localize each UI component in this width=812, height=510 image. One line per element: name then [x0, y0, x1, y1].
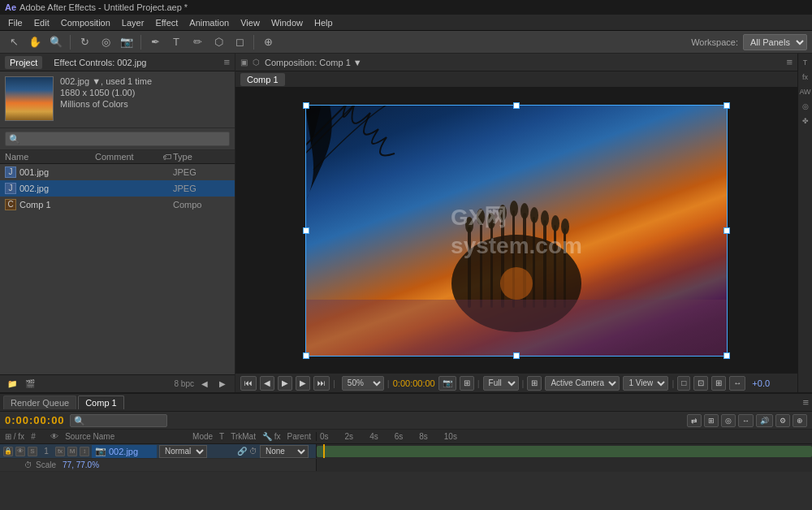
- tool-rotate[interactable]: ↻: [76, 33, 93, 51]
- tool-pen[interactable]: ✒: [146, 33, 164, 51]
- menu-file[interactable]: File: [3, 16, 28, 29]
- tool-text[interactable]: T: [167, 33, 185, 51]
- menu-window[interactable]: Window: [266, 16, 308, 29]
- menu-layer[interactable]: Layer: [117, 16, 149, 29]
- workspace-area: Workspace: All Panels: [691, 34, 807, 50]
- menu-animation[interactable]: Animation: [184, 16, 234, 29]
- new-comp-btn[interactable]: 🎬: [23, 377, 37, 391]
- svg-rect-3: [490, 223, 493, 308]
- timeline-icon-group: ⇄ ⊞ ◎ ↔ 🔊 ⚙ ⊕: [687, 414, 807, 427]
- tool-hand[interactable]: ✋: [26, 33, 44, 51]
- frp-btn-5[interactable]: ✤: [800, 115, 811, 127]
- svg-point-17: [530, 207, 538, 223]
- tool-select[interactable]: ↖: [5, 33, 23, 51]
- tool-brush[interactable]: ✏: [188, 33, 206, 51]
- timeline-search[interactable]: [70, 414, 167, 427]
- vc-icon1[interactable]: □: [677, 376, 690, 391]
- col-type-header: Type: [173, 152, 230, 162]
- tool-eraser[interactable]: ◻: [231, 33, 248, 51]
- layer-switch-solo[interactable]: S: [28, 447, 37, 456]
- vc-zoom-select[interactable]: 50% 100%: [342, 376, 384, 391]
- scale-row-left: ⏱ Scale 77, 77.0%: [0, 459, 317, 471]
- vc-forward[interactable]: ⏭: [313, 376, 330, 391]
- project-search-input[interactable]: [5, 132, 230, 146]
- layer-switch-adjust[interactable]: ↕: [80, 447, 89, 456]
- left-panel-menu[interactable]: ≡: [223, 56, 230, 68]
- vc-icon4[interactable]: ↔: [729, 376, 745, 391]
- tab-render-queue[interactable]: Render Queue: [3, 395, 76, 409]
- tl-icon-2[interactable]: ⊞: [704, 414, 719, 427]
- menu-edit[interactable]: Edit: [29, 16, 54, 29]
- frp-btn-4[interactable]: ◎: [800, 101, 811, 112]
- prev-btn[interactable]: ◀: [197, 377, 212, 391]
- tool-orbit[interactable]: ◎: [97, 33, 114, 51]
- layer-switch-motion[interactable]: M: [67, 447, 77, 456]
- tl-icon-3[interactable]: ◎: [721, 414, 736, 427]
- comp-viewer-header: ▣ ⬡ Composition: Comp 1 ▼ ≡: [235, 54, 797, 71]
- vc-grid-icon[interactable]: ⊞: [460, 376, 474, 391]
- new-folder-btn[interactable]: 📁: [5, 377, 19, 391]
- menu-effect[interactable]: Effect: [150, 16, 183, 29]
- tl-icon-7[interactable]: ⊕: [793, 414, 807, 427]
- vc-exposure: +0.0: [752, 378, 770, 388]
- comp-tab-1[interactable]: Comp 1: [240, 73, 285, 86]
- tl-icon-5[interactable]: 🔊: [756, 414, 773, 427]
- tab-effect-controls[interactable]: Effect Controls: 002.jpg: [49, 56, 151, 69]
- tl-marker-8s: 8s: [419, 432, 428, 441]
- vc-icon2[interactable]: ⊡: [693, 376, 708, 391]
- item-name-002: 002.jpg: [19, 184, 173, 193]
- vc-rewind[interactable]: ⏮: [240, 376, 257, 391]
- vc-prev-frame[interactable]: ◀: [260, 376, 274, 391]
- layer-switch-fx[interactable]: fx: [55, 447, 65, 456]
- project-search-area: [0, 128, 235, 150]
- tab-comp-1[interactable]: Comp 1: [78, 395, 124, 409]
- layer-mode-select[interactable]: Normal: [159, 445, 207, 458]
- vc-icon3[interactable]: ⊞: [711, 376, 726, 391]
- thumb-color: Millions of Colors: [60, 99, 152, 109]
- tool-stamp[interactable]: ⬡: [209, 33, 227, 51]
- vc-play[interactable]: ▶: [278, 376, 292, 391]
- workspace-select[interactable]: All Panels: [743, 34, 807, 50]
- project-thumbnail-area: 002.jpg ▼, used 1 time 1680 x 1050 (1.00…: [0, 71, 235, 128]
- tl-icon-6[interactable]: ⚙: [775, 414, 790, 427]
- menu-view[interactable]: View: [235, 16, 265, 29]
- tl-icon-4[interactable]: ↔: [738, 414, 754, 427]
- frp-btn-3[interactable]: AW: [800, 86, 811, 97]
- layer-switch-eye[interactable]: 👁: [15, 447, 25, 456]
- thumb-filename: 002.jpg ▼, used 1 time: [60, 76, 152, 86]
- tl-marker-10s: 10s: [444, 432, 457, 441]
- layer-switch-lock[interactable]: 🔒: [3, 447, 13, 456]
- vc-next-frame[interactable]: ▶: [296, 376, 310, 391]
- scale-stopwatch[interactable]: ⏱: [24, 460, 32, 469]
- bpc-label: 8 bpc: [175, 379, 194, 388]
- frp-btn-1[interactable]: T: [800, 57, 811, 68]
- menu-composition[interactable]: Composition: [56, 16, 115, 29]
- tool-zoom[interactable]: 🔍: [47, 33, 65, 51]
- vc-quality-select[interactable]: Full Half: [483, 376, 519, 391]
- left-panel-header: Project Effect Controls: 002.jpg ≡: [0, 54, 235, 71]
- vc-camera-icon[interactable]: 📷: [438, 376, 456, 391]
- thumb-dimensions: 1680 x 1050 (1.00): [60, 88, 152, 97]
- project-item-002[interactable]: J 002.jpg JPEG: [0, 180, 235, 197]
- tab-project[interactable]: Project: [5, 56, 42, 69]
- tl-icon-1[interactable]: ⇄: [687, 414, 702, 427]
- project-item-comp1[interactable]: C Comp 1 Compo: [0, 197, 235, 213]
- project-item-001[interactable]: J 001.jpg JPEG: [0, 164, 235, 180]
- comp-viewer-menu[interactable]: ≡: [786, 56, 793, 68]
- next-btn[interactable]: ▶: [215, 377, 230, 391]
- tool-puppet[interactable]: ⊕: [259, 33, 277, 51]
- timeline-menu[interactable]: ≡: [802, 396, 809, 408]
- layer-parent-select[interactable]: None: [260, 445, 309, 458]
- vc-view-select[interactable]: Active Camera: [545, 376, 620, 391]
- item-name-comp1: Comp 1: [19, 200, 173, 210]
- tool-camera[interactable]: 📷: [118, 33, 136, 51]
- vc-view-count[interactable]: 1 View: [623, 376, 668, 391]
- layer-name[interactable]: 📷 002.jpg: [92, 445, 157, 458]
- frp-btn-2[interactable]: fx: [800, 71, 811, 83]
- bottom-area: Render Queue Comp 1 ≡ 0:00:00:00 ⇄ ⊞ ◎ ↔…: [0, 392, 812, 510]
- title-text: Adobe After Effects - Untitled Project.a…: [19, 2, 188, 12]
- tl-marker-2s: 2s: [345, 432, 354, 441]
- menu-help[interactable]: Help: [309, 16, 338, 29]
- comp-panel-icon: ▣: [240, 58, 248, 67]
- vc-grid-icon2[interactable]: ⊞: [527, 376, 542, 391]
